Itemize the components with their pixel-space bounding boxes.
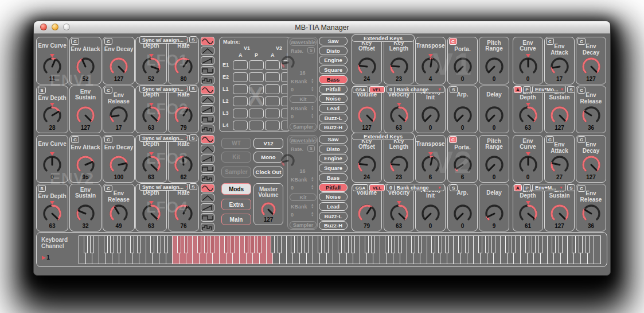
- v2-bank-change-dropdown[interactable]: 0 | Bank change▼: [387, 184, 444, 191]
- v1-transpose-knob-cell[interactable]: Transpose4: [415, 37, 446, 84]
- lfo3-wave-triangle-button[interactable]: [201, 145, 214, 153]
- lfo1-wave-sine-button[interactable]: [201, 37, 214, 45]
- v2-r1-env-attack-knob-cell[interactable]: CEnv Attack27: [544, 135, 575, 183]
- lfo2-wave-steps-button[interactable]: [201, 125, 214, 133]
- black-key-4[interactable]: [110, 235, 114, 253]
- stepper-down-icon[interactable]: ▼: [311, 179, 314, 182]
- v1-r1-env-attack-c-badge[interactable]: C: [546, 38, 554, 45]
- v1-waveform-lead-button[interactable]: Lead: [319, 104, 348, 113]
- black-key-35[interactable]: [318, 235, 322, 253]
- black-key-54[interactable]: [445, 235, 449, 253]
- v2-r2-env-release-knob-cell[interactable]: CEnv Release36: [576, 184, 606, 231]
- v1-r2-env-release-c-badge[interactable]: C: [577, 87, 586, 94]
- env2-env-release-c-badge[interactable]: C: [104, 185, 112, 192]
- v2-waveform-square-button[interactable]: Square: [319, 164, 348, 172]
- black-key-7[interactable]: [130, 235, 134, 253]
- v2-key-length-knob-cell[interactable]: Key Length23: [384, 135, 414, 183]
- lfo4-wave-steps-button[interactable]: [201, 223, 214, 231]
- page-button-main[interactable]: Main: [221, 214, 251, 225]
- v2-delay-knob-cell[interactable]: Delay9: [479, 184, 509, 231]
- lfo4-wave-triangle-button[interactable]: [201, 194, 214, 202]
- black-key-15[interactable]: [184, 235, 188, 253]
- env2-env-depth-s-badge[interactable]: S: [38, 185, 46, 192]
- v2-waveform-engine-button[interactable]: Engine: [319, 154, 348, 163]
- stepper-down-icon[interactable]: ▼: [311, 108, 314, 111]
- v1-waveform-noise-button[interactable]: Noise: [319, 94, 348, 103]
- env2-env-sustain-knob-cell[interactable]: Env Sustain32: [69, 184, 102, 231]
- env2-env-attack-knob-cell[interactable]: CEnv Attack95: [69, 135, 102, 183]
- black-key-26[interactable]: [257, 235, 261, 253]
- black-key-24[interactable]: [244, 235, 248, 253]
- source-button-wt[interactable]: WT: [221, 138, 251, 149]
- env1-env-sustain-knob-cell[interactable]: Env Sustain127: [69, 86, 102, 133]
- black-key-64[interactable]: [512, 235, 516, 253]
- lfo1-wave-steps-button[interactable]: [201, 76, 214, 84]
- v1-r1-env-curve-knob-cell[interactable]: Env Curve0: [513, 37, 543, 84]
- v1-porta-c-badge[interactable]: C: [449, 38, 457, 45]
- v2-r1-env-curve-knob-cell[interactable]: Env Curve0: [513, 135, 543, 183]
- v2-waveform-pitfall-button[interactable]: Pitfall: [319, 183, 348, 192]
- black-key-0[interactable]: [84, 235, 88, 253]
- black-key-70[interactable]: [552, 235, 556, 253]
- v1-waveform-bass-button[interactable]: Bass: [319, 75, 348, 84]
- stepper-down-icon[interactable]: ▼: [311, 116, 314, 119]
- v1-waveform-buzz-h-button[interactable]: Buzz-H: [319, 123, 348, 132]
- black-key-1[interactable]: [90, 235, 94, 253]
- v1-p-badge[interactable]: P: [523, 86, 531, 93]
- black-key-25[interactable]: [251, 235, 255, 253]
- black-key-31[interactable]: [291, 235, 295, 253]
- v1-env-mode-dropdown[interactable]: Env*Mo...▼: [532, 86, 566, 93]
- black-key-19[interactable]: [210, 235, 214, 253]
- v1-r1-env-attack-knob-cell[interactable]: CEnv Attack17: [544, 37, 575, 84]
- master-volume-cell[interactable]: Master Volume127: [253, 183, 283, 225]
- close-button[interactable]: [40, 24, 47, 30]
- v1-env-s-badge[interactable]: S: [567, 86, 575, 93]
- env2-env-depth-knob-cell[interactable]: SEnv Depth63: [36, 184, 68, 231]
- v2-p-badge[interactable]: P: [523, 184, 531, 191]
- stepper-down-icon[interactable]: ▼: [311, 206, 314, 209]
- lfo3-sync-dropdown[interactable]: Sync w/ assign...▼: [139, 134, 188, 142]
- v1-vel-badge[interactable]: VEL: [369, 86, 385, 93]
- black-key-22[interactable]: [231, 235, 235, 253]
- zoom-button[interactable]: [63, 24, 70, 30]
- v2-a-badge[interactable]: A: [514, 184, 522, 191]
- matrix-cell-l2-0[interactable]: [233, 96, 248, 106]
- white-key-77[interactable]: [594, 235, 601, 264]
- v1-waveform-saw-button[interactable]: Saw: [319, 37, 348, 45]
- black-key-53[interactable]: [438, 235, 442, 253]
- voice-button-v12[interactable]: V12: [253, 138, 283, 149]
- v1-bank-change-dropdown[interactable]: 0 | Bank change▼: [387, 86, 444, 93]
- black-key-43[interactable]: [371, 235, 375, 253]
- v2-perf-s-badge[interactable]: S: [450, 184, 458, 191]
- matrix-cell-e1-0[interactable]: [233, 60, 248, 70]
- black-key-52[interactable]: [431, 235, 435, 253]
- black-key-59[interactable]: [478, 235, 482, 253]
- page-button-extra[interactable]: Extra: [221, 199, 251, 210]
- lfo3-wave-sine-button[interactable]: [201, 135, 214, 144]
- lfo2-rate-knob-cell[interactable]: Rate79: [168, 86, 199, 133]
- v1-waveform-square-button[interactable]: Square: [319, 65, 348, 74]
- black-key-68[interactable]: [538, 235, 542, 253]
- v1-key-length-knob-cell[interactable]: Key Length23: [384, 37, 414, 84]
- env1-env-release-knob-cell[interactable]: CEnv Release17: [103, 86, 135, 133]
- v1-kit-kbank-label-stepper[interactable]: ▲▼: [311, 105, 314, 111]
- lfo2-wave-square-button[interactable]: [201, 115, 214, 123]
- black-key-67[interactable]: [532, 235, 536, 253]
- v2-kit-kbank-value-stepper[interactable]: ▲▼: [311, 211, 314, 217]
- matrix-cell-l2-2[interactable]: [265, 96, 280, 106]
- matrix-cell-l2-1[interactable]: [249, 96, 264, 106]
- v1-r1-env-decay-knob-cell[interactable]: CEnv Decay127: [576, 37, 606, 84]
- v2-porta-knob-cell[interactable]: CPorta.6: [447, 135, 478, 183]
- env2-env-curve-knob-cell[interactable]: Env Curve0: [36, 135, 68, 183]
- matrix-cell-l1-2[interactable]: [265, 84, 280, 94]
- stepper-down-icon[interactable]: ▼: [311, 214, 314, 217]
- black-key-74[interactable]: [579, 235, 583, 253]
- v1-key-offset-knob-cell[interactable]: Key Offset24: [352, 37, 382, 84]
- v2-env-mode-dropdown[interactable]: Env+M...▼: [532, 184, 566, 191]
- env2-env-decay-knob-cell[interactable]: CEnv Decay100: [103, 135, 135, 183]
- black-key-33[interactable]: [305, 235, 309, 253]
- lfo3-rate-knob-cell[interactable]: Rate62: [168, 135, 199, 183]
- v1-waveform-pitfall-button[interactable]: Pitfall: [319, 85, 348, 94]
- black-key-21[interactable]: [224, 235, 228, 253]
- lfo3-wave-steps-button[interactable]: [201, 174, 214, 183]
